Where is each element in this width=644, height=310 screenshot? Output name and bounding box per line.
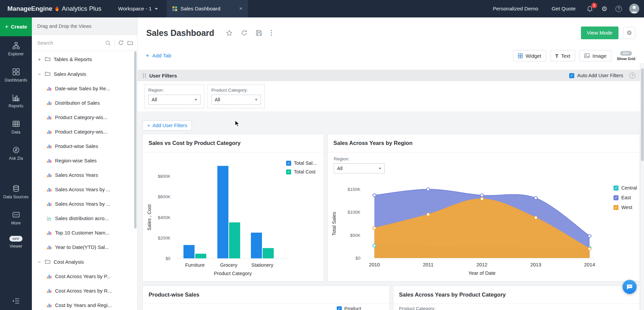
tree-item-report[interactable]: Cost by Years and Regi... <box>32 298 137 310</box>
partial-legend[interactable]: ✓ Product <box>337 306 361 310</box>
legend-item-west[interactable]: ✓ West <box>613 205 637 210</box>
product-wise-sales-title: Product-wise Sales <box>143 286 389 304</box>
legend-item-east[interactable]: ✓ East <box>613 195 637 200</box>
main-scrollbar-thumb[interactable] <box>641 68 644 161</box>
refresh-icon[interactable] <box>241 30 248 36</box>
main-scrollbar[interactable] <box>640 63 644 310</box>
tree-item-report[interactable]: Region-wise Sales <box>32 153 137 168</box>
sidebar-item-dashboards[interactable]: Dashboards <box>0 62 32 89</box>
show-grid-toggle[interactable]: OFF Show Grid <box>617 51 635 61</box>
legend-item-total-cost[interactable]: ✓ Total Cost <box>286 169 317 174</box>
close-icon[interactable]: × <box>239 5 243 12</box>
drag-handle-icon[interactable] <box>143 73 146 78</box>
dashboard-canvas: User Filters ✓ Auto Add User Filters ? R… <box>138 70 644 310</box>
region-filter-box: Region: All <box>145 85 204 108</box>
folder-icon <box>45 71 51 77</box>
tree-item-report[interactable]: Sales distribution acro... <box>32 211 137 225</box>
sidebar-item-data[interactable]: Data <box>0 114 32 141</box>
image-button[interactable]: Image <box>579 50 611 61</box>
sidebar-item-more[interactable]: More <box>0 205 32 231</box>
legend-item-central[interactable]: ✓ Central <box>613 185 637 191</box>
help-button[interactable]: ? <box>615 6 622 12</box>
gear-icon: ⚙ <box>601 5 607 12</box>
checkbox-checked-icon[interactable]: ✓ <box>569 73 574 78</box>
tree-item-report[interactable]: Distribution of Sales <box>32 96 137 110</box>
tree-folder-label: Cost Analysis <box>54 259 84 265</box>
tree-folder-tables-reports[interactable]: + Tables & Reports <box>32 52 137 66</box>
tree-item-report[interactable]: Cost Across Years by R... <box>32 283 137 298</box>
add-user-filters-button[interactable]: + Add User Filters <box>143 120 192 131</box>
folder-view-icon[interactable] <box>127 40 133 46</box>
brand-logo[interactable]: ManageEngine Analytics Plus <box>0 5 109 12</box>
create-button[interactable]: + Create <box>0 17 32 36</box>
plus-expander-icon[interactable]: + <box>37 56 42 62</box>
help-icon[interactable]: ? <box>629 72 635 79</box>
tree-folder-sales-analysis[interactable]: − Sales Analysis <box>32 66 137 81</box>
bar-chart-icon <box>47 100 52 105</box>
tree-item-report[interactable]: Product-wise Sales <box>32 139 137 153</box>
tree-item-report[interactable]: Top 10 Customer Nam... <box>32 225 137 240</box>
tree-folder-label: Tables & Reports <box>54 56 92 62</box>
area-region-filter: Region: All <box>334 156 385 173</box>
collapse-sidebar-button[interactable] <box>0 293 32 310</box>
chat-assistant-button[interactable] <box>623 280 637 294</box>
tree-item-report[interactable]: Product Category-wis... <box>32 110 137 124</box>
viewer-toggle[interactable]: OFF Viewer <box>0 231 32 253</box>
get-quote-link[interactable]: Get Quote <box>552 6 576 12</box>
sidebar-item-data-sources[interactable]: Data Sources <box>0 179 32 205</box>
views-scrollbar-thumb[interactable] <box>134 51 137 228</box>
sidebar-item-label: Dashboards <box>5 78 27 83</box>
bar-chart-icon <box>47 158 52 163</box>
sidebar-item-label: More <box>11 221 20 226</box>
tree-item-label: Sales Across Years by ... <box>55 187 110 192</box>
star-icon[interactable] <box>226 30 233 37</box>
view-mode-button[interactable]: View Mode <box>581 27 619 39</box>
svg-text:$100K: $100K <box>347 210 360 215</box>
sidebar-item-ask-zia[interactable]: Ask Zia <box>0 141 32 167</box>
region-filter-value: All <box>152 97 157 102</box>
dashboard-tab[interactable]: Sales Dashboard × <box>167 0 248 17</box>
legend-item-total-sales[interactable]: ✓ Total Sal... <box>286 160 317 166</box>
text-button[interactable]: T Text <box>550 50 576 61</box>
tree-folder-cost-analysis[interactable]: − Cost Analysis <box>32 254 137 269</box>
tree-item-report[interactable]: Sales Across Years by ... <box>32 197 137 211</box>
checkbox-checked-icon: ✓ <box>613 205 619 210</box>
search-icon[interactable] <box>105 40 111 46</box>
tree-item-report[interactable]: Product Category-wis... <box>32 124 137 139</box>
tree-item-report[interactable]: Date-wise Sales by Re... <box>32 81 137 96</box>
notifications-button[interactable]: 5 <box>586 5 593 12</box>
category-filter-select[interactable]: All <box>211 95 261 105</box>
widget-button[interactable]: Widget <box>513 50 546 61</box>
user-avatar[interactable] <box>629 4 639 14</box>
sidebar-item-reports[interactable]: Reports <box>0 88 32 114</box>
region-filter-select[interactable]: All <box>334 163 385 173</box>
workspace-switcher[interactable]: Workspace - 1 <box>109 0 167 17</box>
tree-item-report[interactable]: Year to Date(YTD) Sal... <box>32 240 137 254</box>
personalized-demo-link[interactable]: Personalized Demo <box>493 6 538 12</box>
tree-item-label: Product-wise Sales <box>55 143 98 149</box>
plus-icon: + <box>147 123 150 128</box>
kebab-menu-icon[interactable] <box>270 30 272 36</box>
minus-expander-icon[interactable]: − <box>37 259 42 265</box>
sidebar-item-explorer[interactable]: Explorer <box>0 36 32 62</box>
search-input[interactable] <box>37 40 102 46</box>
category-filter-label: Product Category: <box>211 88 261 93</box>
add-tab-button[interactable]: + Add Tab <box>146 52 171 59</box>
dashboard-settings-button[interactable]: ⚙ <box>623 27 635 39</box>
refresh-views-icon[interactable] <box>118 40 124 46</box>
minus-expander-icon[interactable]: − <box>37 71 42 77</box>
region-filter-select[interactable]: All <box>148 95 201 105</box>
brand-manageengine: ManageEngine <box>7 5 52 12</box>
product-wise-sales-panel: Product-wise Sales ✓ Product <box>143 286 390 310</box>
tree-item-report[interactable]: Cost Across Years by P... <box>32 269 137 283</box>
settings-button[interactable]: ⚙ <box>601 5 607 12</box>
tree-item-report[interactable]: Sales Across Years by ... <box>32 182 137 197</box>
tree-item-report[interactable]: Sales Across Years <box>32 168 137 182</box>
help-icon: ? <box>615 6 622 12</box>
bar-chart-panel: Sales vs Cost by Product Category $0$200… <box>143 134 324 281</box>
plus-icon: + <box>146 52 149 59</box>
svg-text:$200K: $200K <box>158 236 170 241</box>
topbar: ManageEngine Analytics Plus Workspace - … <box>0 0 644 17</box>
bar-chart-icon <box>47 245 52 250</box>
save-icon[interactable] <box>256 30 262 36</box>
